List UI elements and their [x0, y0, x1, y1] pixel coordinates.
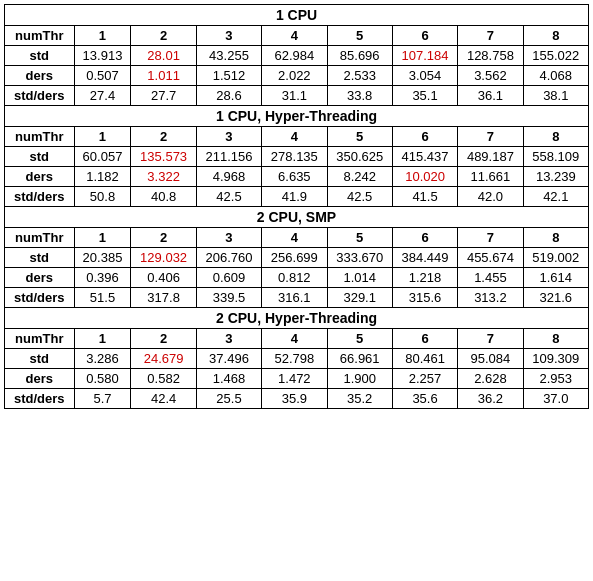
table-cell: 66.961 — [327, 349, 392, 369]
table-cell: 135.573 — [131, 147, 196, 167]
table-cell: 5 — [327, 228, 392, 248]
table-row: numThr12345678 — [5, 228, 589, 248]
table-cell: 3 — [196, 329, 261, 349]
table-cell: 6 — [392, 26, 457, 46]
table-cell: 4 — [262, 26, 327, 46]
row-label-2-3: std/ders — [5, 288, 75, 308]
table-cell: 6.635 — [262, 167, 327, 187]
table-cell: 62.984 — [262, 46, 327, 66]
table-cell: 8.242 — [327, 167, 392, 187]
table-cell: 38.1 — [523, 86, 588, 106]
row-label-0-3: std/ders — [5, 86, 75, 106]
table-cell: 42.4 — [131, 389, 196, 409]
table-cell: 1.218 — [392, 268, 457, 288]
row-label-1-0: numThr — [5, 127, 75, 147]
table-row: ders0.5071.0111.5122.0222.5333.0543.5624… — [5, 66, 589, 86]
row-label-0-0: numThr — [5, 26, 75, 46]
table-cell: 3 — [196, 26, 261, 46]
table-cell: 8 — [523, 228, 588, 248]
table-cell: 8 — [523, 26, 588, 46]
table-cell: 317.8 — [131, 288, 196, 308]
table-cell: 20.385 — [74, 248, 131, 268]
table-cell: 558.109 — [523, 147, 588, 167]
table-cell: 129.032 — [131, 248, 196, 268]
table-cell: 2 — [131, 329, 196, 349]
table-cell: 5 — [327, 26, 392, 46]
table-row: numThr12345678 — [5, 329, 589, 349]
table-cell: 489.187 — [458, 147, 523, 167]
table-row: std60.057135.573211.156278.135350.625415… — [5, 147, 589, 167]
table-cell: 256.699 — [262, 248, 327, 268]
table-cell: 7 — [458, 228, 523, 248]
table-cell: 5 — [327, 329, 392, 349]
table-cell: 41.9 — [262, 187, 327, 207]
table-cell: 350.625 — [327, 147, 392, 167]
table-cell: 36.2 — [458, 389, 523, 409]
row-label-0-2: ders — [5, 66, 75, 86]
table-cell: 109.309 — [523, 349, 588, 369]
table-cell: 24.679 — [131, 349, 196, 369]
table-cell: 35.6 — [392, 389, 457, 409]
table-cell: 0.582 — [131, 369, 196, 389]
table-cell: 31.1 — [262, 86, 327, 106]
table-row: std3.28624.67937.49652.79866.96180.46195… — [5, 349, 589, 369]
table-cell: 37.0 — [523, 389, 588, 409]
table-cell: 415.437 — [392, 147, 457, 167]
table-cell: 11.661 — [458, 167, 523, 187]
row-label-3-3: std/ders — [5, 389, 75, 409]
section-header-2: 2 CPU, SMP — [5, 207, 589, 228]
table-cell: 315.6 — [392, 288, 457, 308]
table-cell: 4 — [262, 228, 327, 248]
table-cell: 42.5 — [196, 187, 261, 207]
table-row: ders0.5800.5821.4681.4721.9002.2572.6282… — [5, 369, 589, 389]
table-cell: 35.2 — [327, 389, 392, 409]
table-cell: 313.2 — [458, 288, 523, 308]
table-cell: 1.011 — [131, 66, 196, 86]
table-cell: 1.614 — [523, 268, 588, 288]
table-cell: 3 — [196, 127, 261, 147]
table-cell: 6 — [392, 329, 457, 349]
table-cell: 50.8 — [74, 187, 131, 207]
row-label-3-0: numThr — [5, 329, 75, 349]
row-label-2-2: ders — [5, 268, 75, 288]
table-cell: 339.5 — [196, 288, 261, 308]
row-label-2-0: numThr — [5, 228, 75, 248]
table-cell: 40.8 — [131, 187, 196, 207]
table-cell: 1.014 — [327, 268, 392, 288]
table-cell: 316.1 — [262, 288, 327, 308]
table-cell: 2 — [131, 127, 196, 147]
table-cell: 7 — [458, 127, 523, 147]
table-cell: 0.812 — [262, 268, 327, 288]
main-table: 1 CPUnumThr12345678std13.91328.0143.2556… — [4, 4, 589, 409]
table-row: std/ders5.742.425.535.935.235.636.237.0 — [5, 389, 589, 409]
table-cell: 0.609 — [196, 268, 261, 288]
table-cell: 33.8 — [327, 86, 392, 106]
table-cell: 43.255 — [196, 46, 261, 66]
table-cell: 4.968 — [196, 167, 261, 187]
table-cell: 2.257 — [392, 369, 457, 389]
table-cell: 1.455 — [458, 268, 523, 288]
table-cell: 3.286 — [74, 349, 131, 369]
table-cell: 28.6 — [196, 86, 261, 106]
table-cell: 206.760 — [196, 248, 261, 268]
row-label-3-2: ders — [5, 369, 75, 389]
table-cell: 27.4 — [74, 86, 131, 106]
table-row: std/ders27.427.728.631.133.835.136.138.1 — [5, 86, 589, 106]
table-cell: 1.468 — [196, 369, 261, 389]
table-cell: 7 — [458, 26, 523, 46]
table-cell: 36.1 — [458, 86, 523, 106]
table-cell: 211.156 — [196, 147, 261, 167]
table-cell: 25.5 — [196, 389, 261, 409]
table-row: std/ders50.840.842.541.942.541.542.042.1 — [5, 187, 589, 207]
table-cell: 80.461 — [392, 349, 457, 369]
table-cell: 10.020 — [392, 167, 457, 187]
table-cell: 2.022 — [262, 66, 327, 86]
row-label-1-1: std — [5, 147, 75, 167]
table-cell: 41.5 — [392, 187, 457, 207]
table-cell: 329.1 — [327, 288, 392, 308]
table-cell: 321.6 — [523, 288, 588, 308]
table-cell: 6 — [392, 228, 457, 248]
table-cell: 0.507 — [74, 66, 131, 86]
table-cell: 13.239 — [523, 167, 588, 187]
table-cell: 3 — [196, 228, 261, 248]
